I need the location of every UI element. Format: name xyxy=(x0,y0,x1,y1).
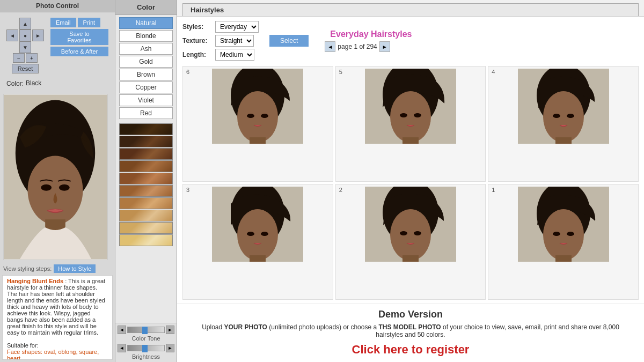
hairstyle-cell-3[interactable]: 3 xyxy=(182,184,333,300)
demo-bold-1: YOUR PHOTO xyxy=(224,323,267,331)
color-tone-thumb[interactable] xyxy=(142,327,148,334)
svg-point-28 xyxy=(247,232,254,236)
swatch-9[interactable] xyxy=(119,222,173,234)
nav-left-button[interactable]: ◄ xyxy=(6,29,18,41)
face-shapes: Face shapes: oval, oblong, square, heart… xyxy=(7,349,108,360)
brightness-thumb[interactable] xyxy=(142,345,148,352)
color-tone-track[interactable] xyxy=(127,327,165,333)
email-button[interactable]: Email xyxy=(50,18,76,27)
nav-right-button[interactable]: ► xyxy=(32,29,44,41)
svg-point-8 xyxy=(237,91,278,143)
action-buttons: Email Print Save to Favorites Before & A… xyxy=(50,18,108,56)
hairstyle-cell-1[interactable]: 1 xyxy=(488,184,639,300)
swatch-2[interactable] xyxy=(119,136,173,147)
svg-point-32 xyxy=(390,209,431,261)
nav-down-row: ▼ xyxy=(19,41,31,53)
swatch-10[interactable] xyxy=(119,234,173,246)
photo-control-area: ▲ ◄ ● ► ▼ − + Reset Email xyxy=(0,12,115,92)
svg-point-29 xyxy=(261,232,268,236)
prev-page-button[interactable]: ◄ xyxy=(325,41,335,52)
color-brown-button[interactable]: Brown xyxy=(119,69,173,80)
nav-mid-row: ◄ ● ► xyxy=(6,29,44,41)
cell-5-number: 5 xyxy=(339,69,342,75)
demo-section: Demo Version Upload YOUR PHOTO (unlimite… xyxy=(177,303,644,362)
zoom-out-button[interactable]: − xyxy=(13,53,25,63)
how-to-style-button[interactable]: How to Style xyxy=(54,264,96,273)
swatch-4[interactable] xyxy=(119,160,173,172)
cell-2-number: 2 xyxy=(339,187,342,193)
brightness-left-arrow[interactable]: ◄ xyxy=(118,344,126,352)
styles-select[interactable]: Everyday xyxy=(215,21,259,33)
select-button[interactable]: Select xyxy=(269,35,309,47)
color-tone-label: Color Tone xyxy=(118,335,174,342)
hairstyle-cell-5[interactable]: 5 xyxy=(335,66,486,182)
color-tone-row: ◄ ► xyxy=(118,326,174,334)
hairstyle-cell-2[interactable]: 2 xyxy=(335,184,486,300)
left-panel: Photo Control ▲ ◄ ● ► ▼ − + xyxy=(0,0,115,362)
nav-up-row: ▲ xyxy=(19,18,31,29)
demo-title: Demo Version xyxy=(188,309,633,320)
cell-6-number: 6 xyxy=(186,69,189,75)
hairstyle-img-2 xyxy=(365,187,456,262)
before-after-button[interactable]: Before & After xyxy=(50,47,108,56)
swatch-1[interactable] xyxy=(119,123,173,135)
svg-point-22 xyxy=(553,114,560,118)
color-panel-header: Color xyxy=(115,0,177,15)
svg-rect-15 xyxy=(402,137,419,144)
style-name: Hanging Blunt Ends xyxy=(7,278,63,284)
svg-point-5 xyxy=(59,184,70,191)
svg-point-26 xyxy=(237,209,278,261)
suitable-label: Suitable for: xyxy=(7,342,108,349)
nav-center-button[interactable]: ● xyxy=(19,29,31,41)
zoom-in-button[interactable]: + xyxy=(26,53,38,63)
swatch-8[interactable] xyxy=(119,210,173,221)
color-blonde-button[interactable]: Blonde xyxy=(119,30,173,42)
length-select[interactable]: Medium xyxy=(215,49,254,61)
color-violet-button[interactable]: Violet xyxy=(119,94,173,106)
swatch-3[interactable] xyxy=(119,148,173,160)
zoom-row: − + xyxy=(13,53,38,63)
style-description-text: : This is a great hairstyle for a thinne… xyxy=(7,278,105,336)
length-filter-label: Length: xyxy=(182,51,212,58)
color-ash-button[interactable]: Ash xyxy=(119,43,173,55)
register-link[interactable]: Click here to register xyxy=(188,343,633,357)
reset-button[interactable]: Reset xyxy=(12,64,39,73)
svg-rect-27 xyxy=(250,255,266,262)
svg-rect-39 xyxy=(555,255,572,262)
print-button[interactable]: Print xyxy=(78,18,101,27)
color-copper-button[interactable]: Copper xyxy=(119,82,173,93)
brightness-right-arrow[interactable]: ► xyxy=(166,344,174,352)
swatch-7[interactable] xyxy=(119,197,173,209)
svg-point-17 xyxy=(414,113,421,117)
brightness-track[interactable] xyxy=(127,345,165,351)
length-filter-row: Length: Medium xyxy=(182,49,259,61)
svg-point-16 xyxy=(400,113,407,117)
color-gold-button[interactable]: Gold xyxy=(119,56,173,68)
tone-left-arrow[interactable]: ◄ xyxy=(118,326,126,334)
nav-up-button[interactable]: ▲ xyxy=(19,18,31,29)
hairstyle-img-1 xyxy=(518,187,609,262)
next-page-button[interactable]: ► xyxy=(379,41,390,52)
swatch-6[interactable] xyxy=(119,185,173,197)
controls-row: ▲ ◄ ● ► ▼ − + Reset Email xyxy=(3,16,112,78)
swatch-5[interactable] xyxy=(119,173,173,184)
texture-filter-label: Texture: xyxy=(182,37,212,45)
svg-point-10 xyxy=(247,114,254,118)
hairstyles-tab[interactable]: Hairstyles xyxy=(182,3,639,16)
nav-down-button[interactable]: ▼ xyxy=(19,41,31,53)
pagination: ◄ page 1 of 294 ► xyxy=(325,41,412,52)
color-red-button[interactable]: Red xyxy=(119,107,173,119)
tab-header: Hairstyles xyxy=(177,0,644,17)
demo-bold-2: THS MODEL PHOTO xyxy=(378,323,441,331)
texture-select[interactable]: Straight xyxy=(215,35,254,47)
color-natural-button[interactable]: Natural xyxy=(119,17,173,29)
tone-right-arrow[interactable]: ► xyxy=(166,326,174,334)
everyday-hairstyles-title: Everyday Hairstyles xyxy=(330,29,412,39)
styles-filter-label: Styles: xyxy=(182,23,212,31)
hairstyle-cell-6[interactable]: 6 xyxy=(182,66,333,182)
hairstyle-cell-4[interactable]: 4 xyxy=(488,66,639,182)
save-favorites-button[interactable]: Save to Favorites xyxy=(50,29,108,45)
hairstyle-img-4 xyxy=(518,69,609,144)
demo-text-1: Upload xyxy=(202,323,224,331)
svg-rect-9 xyxy=(250,137,266,144)
